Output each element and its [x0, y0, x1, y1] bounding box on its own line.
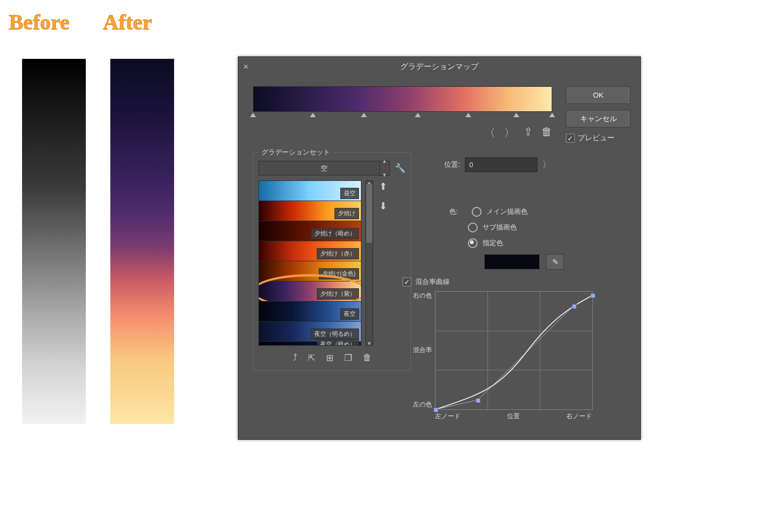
gradient-map-dialog: × グラデーションマップ OK キャンセル ✓ プレビュー 〈 〉 ⇪ 🗑 グラ… — [238, 56, 641, 440]
gradient-stop-marker[interactable] — [465, 113, 471, 117]
radio-sub-color[interactable] — [468, 223, 478, 232]
gradient-preset-item[interactable]: 夕焼け — [259, 201, 361, 221]
gradient-preset-label: 夜空（暗め） — [317, 339, 359, 346]
gradient-preset-label: 昼空 — [340, 188, 359, 199]
gradient-stop-marker[interactable] — [310, 113, 316, 117]
curve-node[interactable] — [476, 398, 481, 403]
gradient-preset-item[interactable]: 昼空 — [259, 181, 361, 201]
radio-fixed-label: 指定色 — [483, 239, 503, 248]
gradient-preset-label: 夕焼け（紫） — [317, 288, 359, 300]
gradient-bar[interactable] — [253, 86, 552, 120]
gradient-set-legend: グラデーションセット — [258, 148, 333, 157]
gradient-preset-item[interactable]: 夜空（暗め） — [259, 341, 361, 346]
dialog-titlebar: × グラデーションマップ — [238, 57, 640, 76]
gradient-set-group: グラデーションセット 空 ▲▼ 🔧 昼空夕焼け夕焼け（暗め）夕焼け（赤）夕焼け(… — [253, 152, 411, 371]
gradient-set-selected: 空 — [321, 164, 328, 172]
curve-graph[interactable] — [435, 291, 593, 410]
after-swatch — [110, 59, 174, 424]
add-preset-icon[interactable]: ⊞ — [326, 353, 333, 363]
new-preset-icon[interactable]: ⤴ — [293, 353, 297, 363]
check-icon: ✓ — [403, 278, 411, 286]
radio-fixed-color[interactable] — [468, 238, 478, 248]
gradient-preset-label: 夕焼け（暗め） — [311, 228, 359, 239]
after-label: After — [103, 10, 152, 35]
prev-stop-icon[interactable]: 〈 — [484, 126, 495, 140]
close-icon[interactable]: × — [243, 57, 249, 76]
curve-ylabel-mid: 混合率 — [403, 346, 432, 355]
ok-button[interactable]: OK — [566, 86, 631, 104]
position-row: 位置: 0 〉 — [444, 157, 551, 172]
preset-scrollbar[interactable]: ▲ ▼ — [365, 180, 373, 346]
gradient-stop-marker[interactable] — [549, 113, 555, 117]
curve-checkbox[interactable]: ✓ 混合率曲線 — [403, 278, 633, 286]
duplicate-preset-icon[interactable]: ❐ — [344, 353, 352, 363]
chevron-right-icon[interactable]: 〉 — [542, 159, 551, 171]
gradient-preset-label: 夕焼け（赤） — [317, 248, 359, 259]
svg-line-0 — [435, 400, 478, 409]
radio-sub-label: サブ描画色 — [483, 223, 517, 232]
preview-checkbox[interactable]: ✓ プレビュー — [566, 133, 631, 143]
gradient-preset-item[interactable]: 夜空（明るめ） — [259, 321, 361, 341]
eyedropper-button[interactable]: ✎ — [546, 254, 564, 270]
gradient-preset-item[interactable]: 夜空 — [259, 301, 361, 321]
delete-stop-icon[interactable]: 🗑 — [541, 126, 552, 140]
curve-xlabel-right: 右ノード — [566, 412, 592, 421]
gradient-preset-item[interactable]: 夕焼け（赤） — [259, 241, 361, 261]
curve-node[interactable] — [434, 407, 438, 412]
gradient-preset-item[interactable]: 夕焼け（紫） — [259, 281, 361, 301]
move-down-icon[interactable]: ⬇ — [379, 200, 387, 212]
spinner-icon[interactable]: ▲▼ — [379, 161, 389, 175]
dialog-title: グラデーションマップ — [400, 62, 479, 71]
gradient-preset-item[interactable]: 夕焼け(金色) — [259, 261, 361, 281]
gradient-preset-list[interactable]: 昼空夕焼け夕焼け（暗め）夕焼け（赤）夕焼け(金色)夕焼け（紫）夜空夜空（明るめ）… — [258, 180, 361, 346]
check-icon: ✓ — [566, 134, 575, 143]
curve-ylabel-bottom: 左の色 — [403, 400, 432, 409]
before-swatch — [22, 59, 86, 424]
gradient-preset-item[interactable]: 夕焼け（暗め） — [259, 221, 361, 241]
export-preset-icon[interactable]: ⇱ — [308, 353, 315, 363]
gradient-set-select[interactable]: 空 ▲▼ — [258, 161, 390, 176]
curve-area: ✓ 混合率曲線 右の色 混合率 左の色 左ノード 位置 右ノード — [403, 278, 633, 421]
delete-preset-icon[interactable]: 🗑 — [363, 353, 372, 363]
position-label: 位置: — [444, 160, 460, 169]
duplicate-stop-icon[interactable]: ⇪ — [524, 126, 533, 140]
scrollbar-thumb[interactable] — [366, 184, 372, 243]
color-label: 色: — [449, 207, 458, 216]
gradient-stop-marker[interactable] — [250, 113, 256, 117]
curve-checkbox-label: 混合率曲線 — [415, 278, 450, 286]
gradient-preset-label: 夕焼け — [334, 208, 359, 219]
curve-node[interactable] — [572, 304, 577, 309]
cancel-button[interactable]: キャンセル — [566, 110, 631, 127]
next-stop-icon[interactable]: 〉 — [504, 126, 515, 140]
gradient-stop-marker[interactable] — [415, 113, 421, 117]
eyedropper-icon: ✎ — [552, 257, 559, 267]
curve-xlabel-mid: 位置 — [507, 412, 520, 421]
curve-node[interactable] — [590, 293, 595, 298]
color-options: 色: メイン描画色 サブ描画色 指定色 ✎ — [449, 204, 564, 270]
radio-main-color[interactable] — [472, 207, 482, 217]
move-up-icon[interactable]: ⬆ — [379, 180, 387, 192]
gradient-preset-label: 夕焼け(金色) — [319, 268, 359, 279]
radio-main-label: メイン描画色 — [486, 207, 528, 216]
gradient-preset-label: 夜空（明るめ） — [311, 329, 359, 340]
curve-ylabel-top: 右の色 — [403, 291, 432, 300]
fixed-color-swatch[interactable] — [484, 254, 539, 269]
position-input[interactable]: 0 — [465, 157, 537, 172]
gradient-stop-marker[interactable] — [361, 113, 367, 117]
gradient-preset-label: 夜空 — [340, 308, 359, 320]
curve-xlabel-left: 左ノード — [435, 412, 460, 421]
gradient-stop-marker[interactable] — [513, 113, 519, 117]
preview-label: プレビュー — [578, 133, 614, 143]
before-label: Before — [9, 10, 70, 35]
gear-icon[interactable]: 🔧 — [395, 163, 406, 174]
